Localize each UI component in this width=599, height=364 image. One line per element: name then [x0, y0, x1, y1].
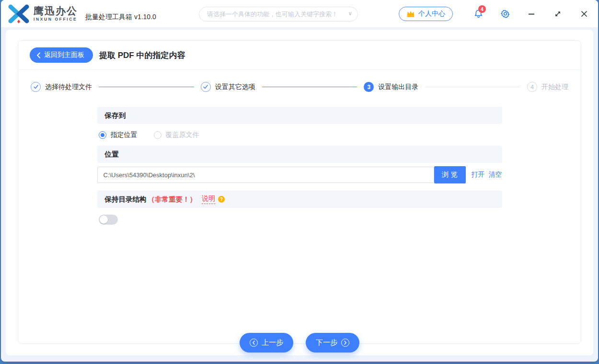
step-4-start-processing: 4 开始处理 [527, 82, 568, 92]
main-panel: 返回到主面板 提取 PDF 中的指定内容 选择待处理文件 设置其它选 [6, 30, 593, 355]
radio-label: 指定位置 [111, 131, 138, 139]
step-label: 选择待处理文件 [45, 83, 92, 91]
chevron-left-icon [36, 52, 41, 58]
radio-overwrite-original[interactable]: 覆盖原文件 [154, 131, 199, 139]
step-label: 设置输出目录 [378, 83, 418, 91]
search-input[interactable] [199, 7, 358, 22]
brand-name: 鹰迅办公 [34, 6, 78, 16]
question-mark-icon[interactable]: ? [218, 196, 225, 203]
function-search: ∨ [199, 7, 358, 22]
important-note: （非常重要！） [148, 195, 197, 204]
keep-structure-toggle-row [97, 215, 502, 225]
step-connector [99, 87, 194, 88]
crown-icon [406, 10, 415, 17]
step-connector [262, 87, 357, 88]
step-label: 开始处理 [541, 83, 568, 91]
settings-button[interactable] [500, 9, 510, 19]
previous-step-label: 上一步 [262, 338, 283, 347]
keep-structure-title: 保持目录结构 [105, 195, 147, 204]
title-bar: 鹰迅办公 INXUN OFFICE 批量处理工具箱 v1.10.0 ∨ 个人中心 [1, 0, 598, 27]
minimize-button[interactable] [526, 9, 537, 19]
circle-chevron-left-icon [250, 339, 258, 347]
form-content: 保存到 指定位置 覆盖原文件 位置 浏览 打开 清空 [97, 107, 502, 225]
location-input-row: 浏览 打开 清空 [97, 166, 502, 183]
brand-logo-icon [8, 4, 30, 24]
back-to-dashboard-button[interactable]: 返回到主面板 [30, 47, 93, 63]
step-connector [425, 87, 520, 88]
step-check-icon [201, 82, 211, 92]
minimize-icon [527, 10, 536, 18]
step-number: 4 [527, 82, 537, 92]
notifications-button[interactable]: 4 [473, 9, 484, 19]
notification-badge: 4 [478, 5, 486, 13]
radio-unselected-icon [154, 131, 161, 139]
wizard-footer: 上一步 下一步 [18, 333, 581, 353]
close-icon [580, 10, 588, 18]
step-indicator: 选择待处理文件 设置其它选项 3 设置输出目录 4 开始处理 [18, 70, 581, 101]
user-center-label: 个人中心 [418, 10, 445, 18]
step-2-other-options: 设置其它选项 [201, 82, 255, 92]
previous-step-button[interactable]: 上一步 [240, 333, 293, 353]
clear-path-link[interactable]: 清空 [489, 171, 502, 179]
titlebar-actions: 个人中心 4 [399, 7, 589, 21]
save-to-options: 指定位置 覆盖原文件 [97, 124, 502, 146]
back-button-label: 返回到主面板 [44, 51, 84, 59]
circle-chevron-right-icon [341, 339, 349, 347]
radio-specified-location[interactable]: 指定位置 [99, 131, 138, 139]
open-folder-link[interactable]: 打开 [472, 171, 485, 179]
next-step-label: 下一步 [316, 338, 337, 347]
resize-icon [553, 10, 562, 18]
next-step-button[interactable]: 下一步 [306, 333, 359, 353]
radio-label: 覆盖原文件 [166, 131, 199, 139]
radio-selected-icon [99, 131, 106, 139]
save-to-section-header: 保存到 [97, 107, 502, 124]
step-check-icon [31, 82, 41, 92]
gear-icon [501, 9, 510, 18]
maximize-button[interactable] [553, 9, 563, 19]
explanation-link[interactable]: 说明 [202, 194, 215, 204]
step-label: 设置其它选项 [215, 83, 255, 91]
app-title: 批量处理工具箱 v1.10.0 [85, 13, 156, 27]
keep-structure-section-header: 保持目录结构 （非常重要！） 说明 ? [97, 191, 502, 208]
step-1-select-files: 选择待处理文件 [31, 82, 92, 92]
user-center-button[interactable]: 个人中心 [399, 7, 453, 21]
brand-text: 鹰迅办公 INXUN OFFICE [34, 6, 78, 22]
location-section-header: 位置 [97, 146, 502, 163]
step-3-output-directory: 3 设置输出目录 [364, 82, 418, 92]
output-path-input[interactable] [97, 167, 434, 183]
close-button[interactable] [579, 9, 589, 19]
keep-structure-toggle[interactable] [99, 215, 118, 225]
brand-subtitle: INXUN OFFICE [34, 17, 78, 22]
app-window: 鹰迅办公 INXUN OFFICE 批量处理工具箱 v1.10.0 ∨ 个人中心 [1, 0, 598, 362]
page-title: 提取 PDF 中的指定内容 [99, 50, 185, 61]
card-header: 返回到主面板 提取 PDF 中的指定内容 [18, 41, 581, 70]
wizard-card: 返回到主面板 提取 PDF 中的指定内容 选择待处理文件 设置其它选 [18, 40, 581, 344]
browse-button[interactable]: 浏览 [434, 166, 466, 183]
toggle-knob [100, 216, 108, 224]
step-number: 3 [364, 82, 374, 92]
